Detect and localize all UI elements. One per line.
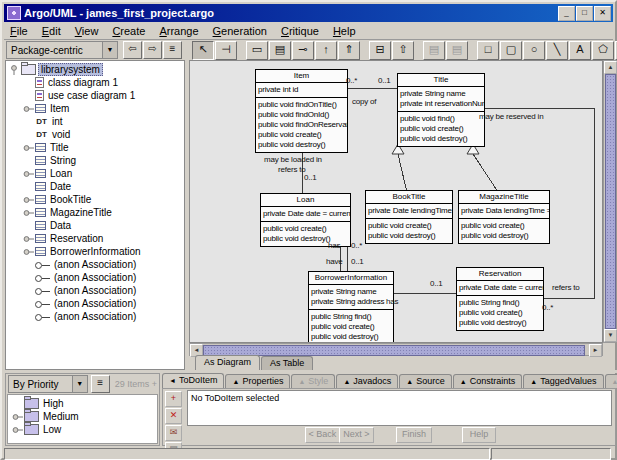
operation[interactable]: public void destroy()	[309, 332, 393, 342]
tree-order-button[interactable]: ≡	[163, 41, 182, 59]
attribute[interactable]: private int reservationNumber	[398, 99, 484, 109]
attribute[interactable]: private Date lendingTime = 30	[366, 206, 452, 216]
edge-label[interactable]: 0..*	[542, 303, 553, 312]
maximize-button[interactable]: □	[576, 6, 593, 21]
operation[interactable]: public void destroy()	[398, 134, 484, 144]
attribute[interactable]: private Date date = current date	[261, 209, 350, 219]
class-tool[interactable]: ▤	[269, 41, 291, 60]
tree-item[interactable]: Reservation	[6, 232, 184, 245]
edge-label[interactable]: 0..1	[378, 76, 391, 85]
nav-back-button[interactable]: ⇦	[123, 41, 142, 59]
tree-item[interactable]: Item	[6, 102, 184, 115]
edge-label[interactable]: have	[326, 257, 343, 266]
uml-class-item[interactable]: Itemprivate int idpublic void findOnTitl…	[255, 69, 348, 153]
association-tool[interactable]: ⊸	[292, 41, 314, 60]
operation[interactable]: public void create()	[309, 322, 393, 332]
operation[interactable]: public void create()	[457, 308, 543, 318]
uml-class-loan[interactable]: Loanprivate Date date = current datepubl…	[260, 193, 351, 247]
tab-constraints[interactable]: ▲Constraints	[453, 374, 522, 388]
uml-class-title[interactable]: Titleprivate String nameprivate int rese…	[397, 73, 485, 147]
operation[interactable]: public String find()	[309, 312, 393, 322]
tree-item[interactable]: class diagram 1	[6, 76, 184, 89]
operation[interactable]: public void findOnTitle()	[256, 100, 347, 110]
dependency-tool[interactable]: ↑	[315, 41, 337, 60]
expand-handle-icon[interactable]	[23, 169, 35, 178]
expand-handle-icon[interactable]	[23, 104, 35, 113]
edge-label[interactable]: may be loaded in	[264, 155, 322, 164]
diagram-canvas[interactable]: Itemprivate int idpublic void findOnTitl…	[189, 60, 603, 343]
generalization-tool[interactable]: ⇑	[338, 41, 360, 60]
uml-class-borrowerinformation[interactable]: BorrowerInformationprivate String namepr…	[308, 271, 394, 343]
tab-as-table[interactable]: As Table	[261, 356, 313, 370]
operation[interactable]: public void destroy()	[256, 140, 347, 150]
menu-critique[interactable]: Critique	[275, 24, 327, 38]
tab-properties[interactable]: ▲Properties	[225, 374, 290, 388]
operation[interactable]: public void destroy()	[366, 231, 452, 241]
operation[interactable]: public void create()	[366, 221, 452, 231]
operation[interactable]: public void findOnId()	[256, 110, 347, 120]
uml-class-reservation[interactable]: Reservationprivate Date date = current d…	[456, 267, 544, 331]
edge-label[interactable]: 0..1	[351, 257, 364, 266]
collapse-handle-icon[interactable]	[9, 65, 21, 74]
tree-item[interactable]: (anon Association)	[6, 284, 184, 297]
realization-tool[interactable]: ⇧	[392, 41, 414, 60]
tab-source[interactable]: ▲Source	[399, 374, 451, 388]
broken-line-tool[interactable]: ⊣	[215, 41, 237, 60]
tree-item[interactable]: Data	[6, 219, 184, 232]
compartment-tool[interactable]: ⊟	[369, 41, 391, 60]
attribute[interactable]: private int id	[256, 85, 347, 95]
tree-item[interactable]: DTint	[6, 115, 184, 128]
rounded-rect-tool[interactable]: ▢	[500, 41, 522, 60]
tree-item[interactable]: BookTitle	[6, 193, 184, 206]
attribute[interactable]: private String name	[398, 89, 484, 99]
todo-filter-dropdown[interactable]: By Priority ▼	[8, 375, 88, 393]
attribute[interactable]: private String name	[309, 287, 393, 297]
attribute[interactable]: private Data lendingTime = 30	[459, 206, 549, 216]
new-todo-icon[interactable]: +	[165, 391, 182, 407]
scroll-up-icon[interactable]: ▲	[604, 61, 617, 74]
expand-handle-icon[interactable]	[23, 208, 35, 217]
text-tool[interactable]: A	[569, 41, 591, 60]
tab-as-diagram[interactable]: As Diagram	[195, 355, 260, 370]
uml-class-magazinetitle[interactable]: MagazineTitleprivate Data lendingTime = …	[458, 190, 550, 244]
select-tool[interactable]: ↖	[192, 41, 214, 60]
edge-label[interactable]: refers to	[552, 283, 580, 292]
tree-item[interactable]: MagazineTitle	[6, 206, 184, 219]
expand-handle-icon[interactable]	[23, 247, 35, 256]
tree-item[interactable]: Title	[6, 141, 184, 154]
rectangle-tool[interactable]: □	[477, 41, 499, 60]
tree-item[interactable]: (anon Association)	[6, 271, 184, 284]
expand-handle-icon[interactable]	[12, 425, 24, 434]
circle-tool[interactable]: ○	[523, 41, 545, 60]
todo-order-button[interactable]: ≡	[91, 375, 110, 393]
operation[interactable]: public void findOnReservation()	[256, 120, 347, 130]
tree-item[interactable]: (anon Association)	[6, 258, 184, 271]
expand-handle-icon[interactable]	[12, 412, 24, 421]
scroll-right-icon[interactable]: ►	[589, 344, 602, 357]
tree-item[interactable]: librarysystem	[6, 63, 184, 76]
tree-item[interactable]: String	[6, 154, 184, 167]
attribute[interactable]: private Date date = current date	[457, 283, 543, 293]
menu-create[interactable]: Create	[106, 24, 153, 38]
horizontal-scroll-thumb[interactable]	[203, 345, 585, 356]
edge-label[interactable]: has	[386, 297, 398, 306]
menu-generation[interactable]: Generation	[207, 24, 275, 38]
menu-file[interactable]: File	[4, 24, 36, 38]
operation[interactable]: public void create()	[256, 130, 347, 140]
scroll-down-icon[interactable]: ▼	[604, 329, 617, 342]
resolve-icon[interactable]: ✕	[165, 408, 182, 424]
operation[interactable]: public void create()	[261, 224, 350, 234]
menu-view[interactable]: View	[69, 24, 107, 38]
tree-item[interactable]: use case diagram 1	[6, 89, 184, 102]
tab-taggedvalues[interactable]: ▲TaggedValues	[523, 374, 603, 388]
expand-handle-icon[interactable]	[23, 195, 35, 204]
menu-help[interactable]: Help	[327, 24, 364, 38]
operation[interactable]: public void destroy()	[457, 318, 543, 328]
tab-todoitem[interactable]: ◄ToDoItem	[162, 373, 224, 388]
tree-item[interactable]: Loan	[6, 167, 184, 180]
attribute[interactable]: private String address	[309, 297, 393, 307]
tree-item[interactable]: BorrowerInformation	[6, 245, 184, 258]
tree-item[interactable]: (anon Association)	[6, 297, 184, 310]
edge-label[interactable]: refers to	[278, 165, 306, 174]
expand-handle-icon[interactable]	[23, 234, 35, 243]
